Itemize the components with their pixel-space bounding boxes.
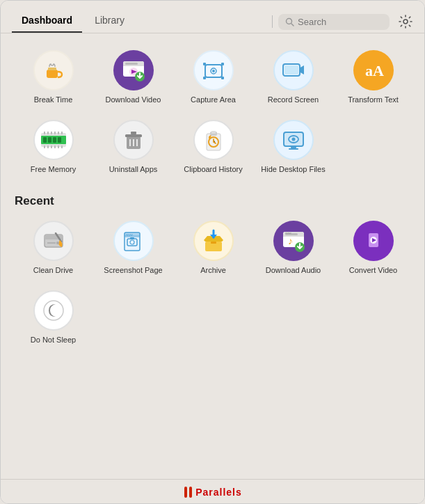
svg-line-1	[291, 24, 294, 26]
archive-label: Archive	[200, 265, 226, 275]
uninstall-apps-label: Uninstall Apps	[109, 164, 158, 174]
download-video-label: Download Video	[106, 95, 161, 104]
svg-point-63	[56, 242, 59, 244]
tool-archive[interactable]: Archive	[175, 215, 252, 281]
divider	[272, 15, 273, 28]
footer: Parallels	[1, 479, 425, 504]
clipboard-history-icon	[193, 120, 234, 160]
parallels-text: Parallels	[195, 487, 242, 498]
free-memory-icon	[33, 120, 74, 160]
break-time-label: Break Time	[34, 95, 73, 104]
svg-point-55	[291, 138, 295, 141]
tool-download-audio[interactable]: www ♪ Download Audio	[255, 215, 332, 281]
header: Dashboard Library	[1, 1, 425, 33]
recent-section-label: Recent	[15, 194, 412, 208]
svg-rect-36	[47, 132, 49, 134]
svg-rect-42	[125, 134, 142, 137]
svg-rect-56	[291, 146, 296, 148]
tool-clean-drive[interactable]: Clean Drive	[15, 215, 92, 281]
search-box[interactable]	[278, 14, 390, 30]
parallels-bars-icon	[184, 487, 192, 498]
svg-rect-27	[53, 137, 56, 143]
svg-rect-8	[125, 63, 138, 65]
svg-rect-43	[131, 132, 136, 134]
svg-rect-32	[54, 145, 56, 148]
clipboard-history-label: Clipboard History	[184, 164, 242, 174]
download-audio-label: Download Audio	[266, 265, 321, 275]
svg-point-2	[403, 19, 408, 24]
tool-capture-area[interactable]: Capture Area	[175, 45, 252, 110]
tool-break-time[interactable]: Break Time	[15, 45, 92, 110]
svg-rect-40	[61, 132, 63, 134]
do-not-sleep-icon	[33, 290, 74, 331]
svg-text:www: www	[126, 233, 133, 237]
download-audio-icon: www ♪	[273, 221, 314, 261]
tool-transform-text[interactable]: aA Transform Text	[335, 45, 412, 110]
svg-rect-30	[47, 145, 49, 148]
capture-area-label: Capture Area	[191, 95, 236, 104]
svg-text:♪: ♪	[288, 235, 293, 246]
svg-rect-20	[284, 65, 298, 74]
svg-rect-28	[58, 137, 61, 143]
svg-rect-49	[211, 131, 216, 134]
tools-grid: Break Time	[15, 45, 412, 180]
svg-rect-72	[211, 242, 216, 244]
svg-rect-33	[58, 145, 59, 148]
svg-rect-26	[48, 137, 51, 143]
tool-uninstall-apps[interactable]: Uninstall Apps	[95, 114, 172, 180]
svg-rect-38	[54, 132, 56, 134]
svg-rect-3	[47, 70, 58, 78]
tool-clipboard-history[interactable]: Clipboard History	[175, 114, 252, 180]
clean-drive-icon	[33, 221, 74, 261]
transform-text-icon: aA	[353, 50, 394, 90]
svg-point-18	[212, 70, 215, 72]
tool-placeholder	[335, 114, 412, 180]
screenshot-page-label: Screenshot Page	[104, 265, 162, 275]
svg-rect-29	[44, 145, 45, 148]
svg-point-0	[287, 18, 292, 24]
convert-video-label: Convert Video	[349, 265, 398, 275]
tool-hide-desktop[interactable]: Hide Desktop Files	[255, 114, 332, 180]
tool-screenshot-page[interactable]: www Screenshot Page	[95, 215, 172, 281]
record-screen-label: Record Screen	[268, 95, 319, 104]
main-content: Break Time	[1, 33, 425, 479]
svg-rect-69	[130, 237, 134, 239]
download-video-icon	[113, 50, 154, 90]
hide-desktop-icon	[273, 120, 314, 160]
do-not-sleep-label: Do Not Sleep	[31, 335, 76, 345]
recent-grid: Clean Drive www	[15, 215, 412, 351]
svg-rect-14	[221, 63, 224, 65]
tab-dashboard[interactable]: Dashboard	[12, 10, 82, 33]
tool-record-screen[interactable]: Record Screen	[255, 45, 332, 110]
svg-rect-13	[203, 63, 206, 65]
search-input[interactable]	[298, 17, 383, 27]
transform-text-label: Transform Text	[348, 95, 399, 104]
svg-rect-25	[43, 137, 47, 143]
uninstall-apps-icon	[113, 120, 154, 160]
tab-library[interactable]: Library	[85, 10, 134, 33]
settings-button[interactable]	[396, 13, 415, 31]
screenshot-page-icon: www	[113, 221, 154, 261]
svg-rect-15	[203, 77, 206, 79]
clean-drive-label: Clean Drive	[33, 265, 73, 275]
svg-rect-34	[61, 145, 63, 148]
svg-rect-16	[221, 77, 224, 79]
break-time-icon	[33, 50, 74, 90]
tool-download-video[interactable]: Download Video	[95, 45, 172, 110]
tool-do-not-sleep[interactable]: Do Not Sleep	[15, 285, 92, 350]
svg-rect-4	[48, 68, 56, 70]
svg-rect-39	[58, 132, 59, 134]
svg-rect-35	[44, 132, 45, 134]
svg-text:aA: aA	[365, 62, 384, 79]
convert-video-icon	[353, 221, 394, 261]
app-window: Dashboard Library	[1, 1, 425, 504]
record-screen-icon	[273, 50, 314, 90]
archive-icon	[193, 221, 234, 261]
capture-area-icon	[193, 50, 234, 90]
hide-desktop-label: Hide Desktop Files	[261, 164, 325, 174]
search-icon	[285, 17, 294, 26]
tool-free-memory[interactable]: Free Memory	[15, 114, 92, 180]
free-memory-label: Free Memory	[31, 164, 76, 174]
svg-rect-31	[51, 145, 52, 148]
tool-convert-video[interactable]: Convert Video	[335, 215, 412, 281]
